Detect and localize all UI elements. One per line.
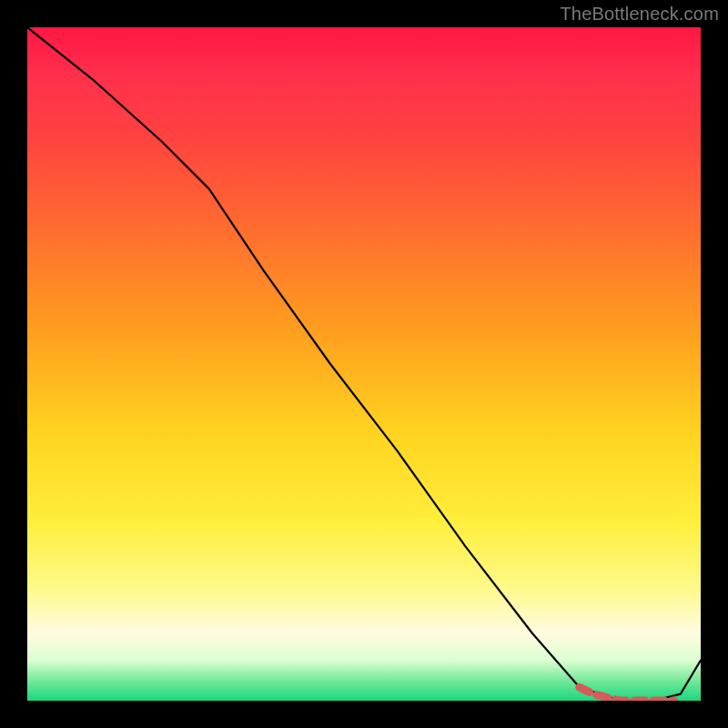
chart-overlay bbox=[27, 27, 701, 701]
chart-plot-area bbox=[27, 27, 701, 701]
optimal-range-marker bbox=[580, 687, 674, 701]
attribution-label: TheBottleneck.com bbox=[560, 4, 719, 25]
bottleneck-curve-line bbox=[27, 27, 701, 701]
